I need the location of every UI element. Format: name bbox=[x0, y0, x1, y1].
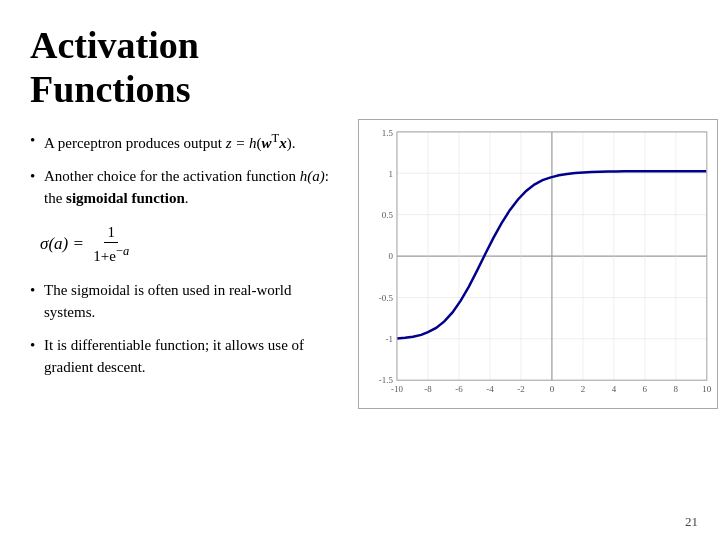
svg-text:4: 4 bbox=[612, 384, 617, 394]
svg-text:0: 0 bbox=[550, 384, 555, 394]
bottom-bullet-list: The sigmoidal is often used in real-worl… bbox=[30, 279, 340, 379]
svg-text:-8: -8 bbox=[424, 384, 432, 394]
right-panel: 1.5 1 0.5 0 -0.5 -1 bbox=[358, 119, 718, 409]
bullet-item-1: A perceptron produces output z = h(wTx). bbox=[30, 129, 340, 155]
bottom-bullet-1: The sigmoidal is often used in real-worl… bbox=[30, 279, 340, 324]
slide: Activation Functions A perceptron produc… bbox=[0, 0, 720, 540]
formula-lhs: σ(a) = bbox=[40, 234, 88, 254]
svg-text:6: 6 bbox=[643, 384, 648, 394]
page-number: 21 bbox=[685, 514, 698, 530]
fraction: 1 1+e−a bbox=[90, 224, 132, 265]
math-ha: h(a) bbox=[300, 168, 325, 184]
title-line1: Activation bbox=[30, 24, 199, 66]
sigmoid-chart: 1.5 1 0.5 0 -0.5 -1 bbox=[358, 119, 718, 409]
svg-text:-1: -1 bbox=[386, 334, 393, 344]
svg-text:2: 2 bbox=[581, 384, 585, 394]
svg-text:8: 8 bbox=[674, 384, 679, 394]
svg-text:1.5: 1.5 bbox=[382, 128, 394, 138]
svg-text:10: 10 bbox=[702, 384, 711, 394]
svg-text:0: 0 bbox=[389, 251, 394, 261]
svg-text:1: 1 bbox=[389, 169, 393, 179]
bottom-bullet-2: It is differentiable function; it allows… bbox=[30, 334, 340, 379]
svg-text:-0.5: -0.5 bbox=[379, 293, 394, 303]
content-area: A perceptron produces output z = h(wTx).… bbox=[30, 129, 690, 409]
title-line2: Functions bbox=[30, 68, 190, 110]
svg-text:0.5: 0.5 bbox=[382, 210, 394, 220]
formula-block: σ(a) = 1 1+e−a bbox=[40, 224, 340, 265]
svg-text:-6: -6 bbox=[455, 384, 463, 394]
math-w: w bbox=[262, 135, 272, 151]
svg-text:-2: -2 bbox=[517, 384, 524, 394]
bullet-item-2: Another choice for the activation functi… bbox=[30, 165, 340, 210]
svg-text:-4: -4 bbox=[486, 384, 494, 394]
math-x: x bbox=[279, 135, 287, 151]
math-z: z = h bbox=[226, 135, 257, 151]
formula-inner: σ(a) = 1 1+e−a bbox=[40, 224, 134, 265]
slide-title: Activation Functions bbox=[30, 24, 690, 111]
svg-text:-10: -10 bbox=[391, 384, 403, 394]
chart-svg: 1.5 1 0.5 0 -0.5 -1 bbox=[359, 120, 717, 408]
numerator: 1 bbox=[104, 224, 118, 243]
denominator: 1+e−a bbox=[90, 243, 132, 265]
sigmoidal-label: sigmoidal function bbox=[66, 190, 185, 206]
left-panel: A perceptron produces output z = h(wTx).… bbox=[30, 129, 340, 389]
bullet-list: A perceptron produces output z = h(wTx).… bbox=[30, 129, 340, 210]
